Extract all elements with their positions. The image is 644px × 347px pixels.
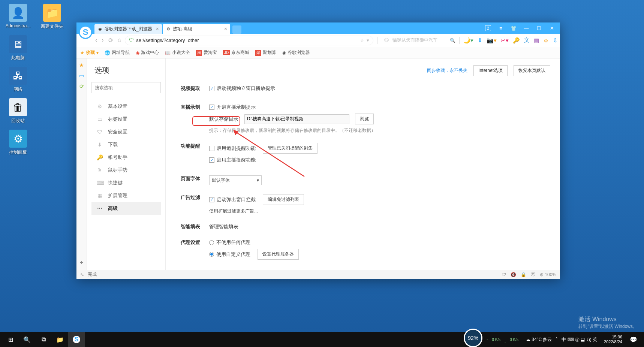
checkbox-popup-block[interactable] — [209, 197, 214, 202]
desktop-icon-controlpanel[interactable]: ⚙控制面板 — [4, 130, 32, 156]
ime-indicator[interactable]: 中 ⌨ ㉆ ⬓ ↓)) 英 — [562, 337, 597, 343]
bookmark-nav[interactable]: 🌐 网址导航 — [105, 49, 130, 56]
desktop-icon-newfolder[interactable]: 📁新建文件夹 — [38, 4, 66, 30]
more-ads-filter-link[interactable]: 使用扩展过滤更多广告... — [209, 208, 258, 214]
restore-defaults-button[interactable]: 恢复本页默认 — [514, 65, 550, 76]
bookmark-ju[interactable]: 聚 聚划算 — [255, 49, 276, 56]
bookmark-jd[interactable]: JD 京东商城 — [223, 49, 249, 56]
set-proxy-button[interactable]: 设置代理服务器 — [258, 249, 299, 260]
history-icon[interactable]: ⟳ — [79, 83, 84, 89]
manage-smartform-link[interactable]: 管理智能填表 — [209, 224, 238, 229]
tray-up-icon[interactable]: ˄ — [556, 337, 558, 342]
notification-button[interactable]: 💬 — [625, 332, 642, 347]
tab-2[interactable]: ⚙选项-高级× — [163, 24, 230, 34]
battery-indicator[interactable]: 92% — [464, 329, 482, 347]
checkbox-video-popup[interactable] — [209, 86, 214, 91]
download-arrow-icon[interactable]: ⇩ — [553, 37, 558, 44]
scissors-icon[interactable]: ✂▾ — [501, 37, 509, 44]
face-icon[interactable]: ☺ — [543, 37, 549, 43]
checkbox-anchor-reminder[interactable] — [209, 157, 214, 163]
checkbox-live-record[interactable] — [209, 105, 214, 110]
sogou-taskbar-button[interactable]: S — [68, 332, 85, 347]
status-lock-icon[interactable]: 🔒 — [521, 272, 526, 277]
search-hint[interactable]: 猫咪从天而降砸中汽车 — [392, 37, 446, 43]
menu-icon[interactable]: ≡ — [498, 25, 504, 31]
new-tab-button[interactable] — [232, 25, 241, 34]
sidebar-item-shortcut[interactable]: ⌨快捷键 — [91, 176, 161, 189]
mouse-icon: 🖱 — [97, 167, 103, 173]
status-ie-icon[interactable]: ⓔ — [531, 271, 535, 278]
count-badge[interactable]: 2 — [485, 25, 491, 31]
radio-no-proxy[interactable] — [209, 240, 214, 245]
browse-button[interactable]: 浏览 — [355, 114, 374, 124]
bookmark-favorites[interactable]: ★ 收藏 ▾ — [80, 49, 99, 56]
live-dir-input[interactable] — [244, 114, 349, 124]
sync-link[interactable]: 同步收藏，永不丢失 — [427, 67, 467, 74]
taskview-button[interactable]: ⧉ — [35, 332, 52, 347]
home-button[interactable]: ⌂ — [118, 37, 121, 44]
plus-icon[interactable]: + — [80, 259, 83, 266]
reload-button[interactable]: ⟳ — [108, 37, 113, 44]
sidebar-item-extensions[interactable]: ▦扩展管理 — [91, 189, 161, 202]
bookmark-novels[interactable]: 📖 小说大全 — [165, 49, 190, 56]
search-icon[interactable]: 🔍 — [450, 38, 455, 43]
grid-icon: ▦ — [97, 193, 103, 199]
download-icon[interactable]: ⬇ — [478, 37, 482, 44]
status-zoom[interactable]: ⊕ 100% — [540, 272, 556, 277]
chevron-down-icon[interactable]: ▾ — [367, 37, 369, 43]
edit-whitelist-button[interactable]: 编辑免过滤列表 — [263, 194, 304, 205]
weather-widget[interactable]: ☁ 34°C 多云 — [526, 337, 552, 343]
search-engine-icon[interactable]: Ⓢ — [384, 37, 389, 43]
sidebar-item-tabs[interactable]: ▭标签设置 — [91, 113, 161, 126]
close-icon[interactable]: × — [224, 26, 227, 32]
shirt-icon[interactable]: 👕 — [511, 25, 517, 31]
dots-icon: ⋯ — [97, 205, 103, 211]
font-select[interactable]: 默认字体▾ — [209, 175, 262, 185]
checkbox-drama-reminder[interactable] — [209, 146, 214, 151]
key-icon[interactable]: 🔑 — [513, 37, 520, 44]
back-button[interactable]: ‹ — [95, 37, 97, 44]
bookmark-chrome[interactable]: ◉ 谷歌浏览器 — [282, 49, 310, 56]
desktop-icon-admin[interactable]: 👤Administra... — [4, 4, 32, 30]
section-reminder: 功能提醒 启用追剧提醒功能 管理已关闭提醒的剧集 启用主播提醒功能 — [181, 143, 550, 166]
url-field[interactable]: 🛡 ☆ ▾ — [125, 36, 373, 45]
sidebar-item-account[interactable]: 🔑帐号助手 — [91, 151, 161, 164]
forward-button[interactable]: › — [102, 37, 103, 44]
download-icon: ⬇ — [97, 142, 103, 148]
sidebar-search[interactable] — [91, 82, 161, 93]
taskbar-clock[interactable]: 15:362022/8/24 — [601, 335, 625, 344]
translate-icon[interactable]: 文 — [524, 37, 530, 44]
sidebar-item-basic[interactable]: ⚙基本设置 — [91, 100, 161, 113]
internet-options-button[interactable]: Internet选项 — [473, 65, 508, 76]
star-icon[interactable]: ★ — [79, 62, 84, 68]
sogou-logo[interactable]: S — [79, 25, 92, 39]
grid-icon[interactable]: ▦ — [534, 37, 539, 44]
sidebar-search-input[interactable] — [95, 82, 157, 93]
sidebar-item-mouse[interactable]: 🖱鼠标手势 — [91, 164, 161, 176]
bookmark-games[interactable]: ◉ 游戏中心 — [136, 49, 159, 56]
manage-series-button[interactable]: 管理已关闭提醒的剧集 — [263, 143, 318, 154]
sidebar-item-download[interactable]: ⬇下载 — [91, 138, 161, 151]
close-icon[interactable]: × — [156, 26, 159, 32]
tab-1[interactable]: ◉谷歌浏览器下载_浏览器× — [94, 24, 162, 34]
maximize-button[interactable]: ☐ — [536, 25, 542, 31]
capture-icon[interactable]: 📷▾ — [487, 37, 497, 44]
minimize-button[interactable]: — — [523, 25, 529, 31]
sidebar-item-advanced[interactable]: ⋯高级 — [91, 202, 161, 215]
status-shield-icon[interactable]: 🛡 — [502, 272, 506, 277]
star-icon[interactable]: ☆ — [360, 37, 364, 43]
start-button[interactable]: ⊞ — [2, 332, 19, 347]
desktop-icon-network[interactable]: 🖧网络 — [4, 67, 32, 93]
desktop-icon-recycle[interactable]: 🗑回收站 — [4, 98, 32, 124]
sidebar-item-security[interactable]: 🛡安全设置 — [91, 126, 161, 138]
url-input[interactable] — [136, 37, 357, 43]
desktop-icon-thispc[interactable]: 🖥此电脑 — [4, 35, 32, 61]
search-button[interactable]: 🔍 — [19, 332, 35, 347]
moon-icon[interactable]: 🌙▾ — [463, 37, 473, 44]
monitor-icon[interactable]: ▭ — [79, 73, 84, 79]
close-button[interactable]: ✕ — [549, 25, 555, 31]
explorer-button[interactable]: 📁 — [52, 332, 68, 347]
bookmark-taobao[interactable]: 淘 爱淘宝 — [196, 49, 217, 56]
radio-custom-proxy[interactable] — [209, 252, 214, 257]
status-mute-icon[interactable]: 🔇 — [511, 272, 516, 277]
